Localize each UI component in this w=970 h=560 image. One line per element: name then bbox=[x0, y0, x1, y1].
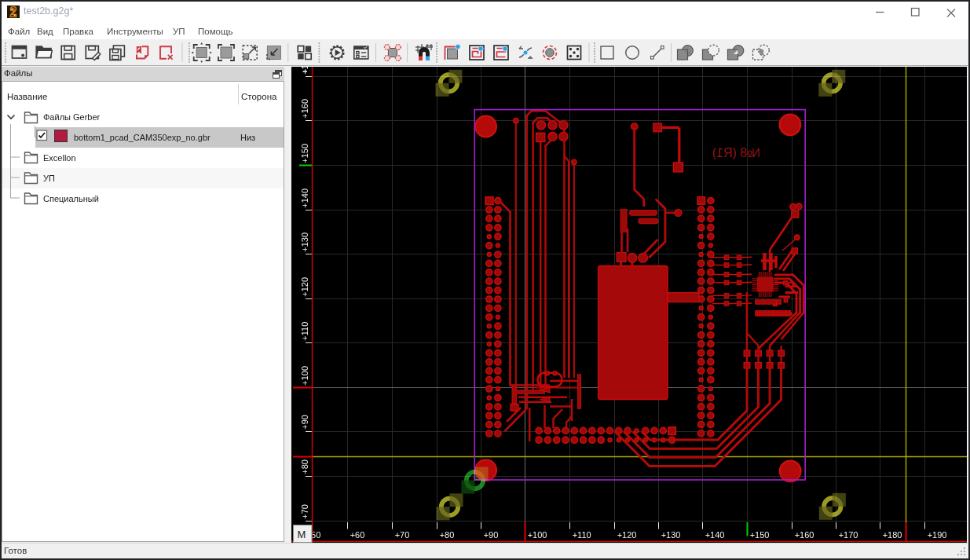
svg-text:+70: +70 bbox=[395, 530, 410, 540]
svg-text:+170: +170 bbox=[301, 67, 310, 74]
svg-text:M: M bbox=[298, 529, 306, 540]
svg-text:№8 (R1): №8 (R1) bbox=[712, 146, 761, 159]
svg-text:+190: +190 bbox=[928, 530, 947, 540]
svg-text:+170: +170 bbox=[839, 530, 858, 540]
svg-text:+90: +90 bbox=[301, 415, 310, 430]
svg-text:+110: +110 bbox=[573, 530, 591, 540]
svg-text:+60: +60 bbox=[350, 530, 365, 540]
svg-text:+70: +70 bbox=[301, 504, 310, 519]
svg-text:+180: +180 bbox=[883, 530, 902, 540]
svg-text:+90: +90 bbox=[484, 530, 499, 540]
svg-text:+100: +100 bbox=[528, 530, 547, 540]
svg-text:+110: +110 bbox=[301, 322, 310, 341]
svg-text:+120: +120 bbox=[617, 530, 637, 540]
svg-text:+130: +130 bbox=[301, 232, 310, 252]
svg-text:+140: +140 bbox=[705, 530, 725, 540]
svg-text:+150: +150 bbox=[750, 530, 770, 540]
svg-text:+160: +160 bbox=[301, 99, 310, 119]
svg-text:+130: +130 bbox=[661, 530, 681, 540]
svg-text:+120: +120 bbox=[301, 277, 310, 297]
svg-text:+150: +150 bbox=[301, 144, 310, 163]
svg-text:+140: +140 bbox=[301, 188, 310, 208]
svg-text:+160: +160 bbox=[795, 530, 814, 540]
svg-text:+80: +80 bbox=[440, 530, 455, 540]
svg-text:+100: +100 bbox=[301, 366, 310, 386]
svg-text:+80: +80 bbox=[301, 459, 310, 474]
